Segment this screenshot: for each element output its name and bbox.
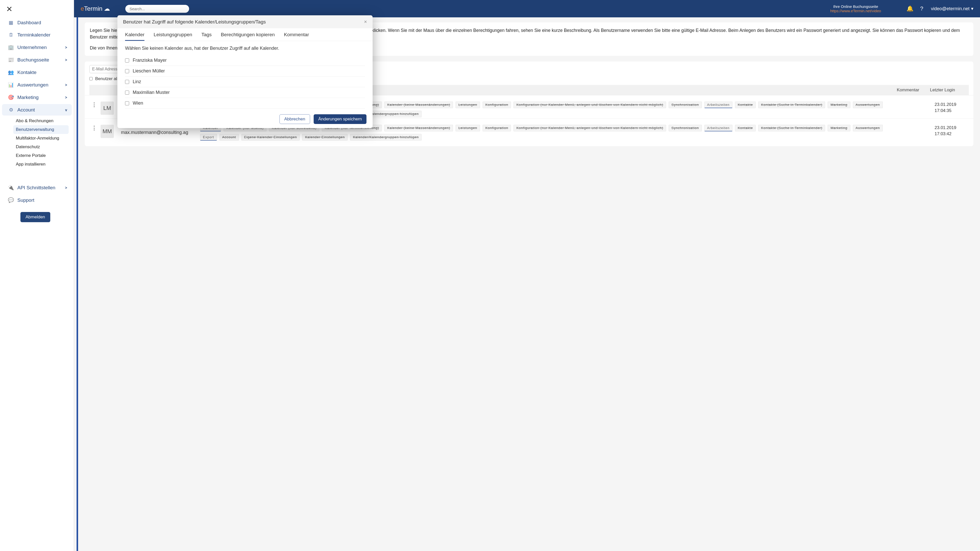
calendar-name: Maximilian Muster	[133, 90, 170, 95]
calendar-name: Linz	[133, 79, 141, 84]
modal-body: Wählen Sie keinen Kalender aus, hat der …	[118, 41, 372, 110]
modal-foot: Abbrechen Änderungen speichern	[118, 110, 372, 128]
modal-hint: Wählen Sie keinen Kalender aus, hat der …	[125, 46, 365, 51]
calendar-item[interactable]: Linz	[125, 76, 365, 87]
save-button[interactable]: Änderungen speichern	[313, 114, 366, 124]
calendar-item[interactable]: Wien	[125, 98, 365, 109]
modal-tab-leistungsgruppen[interactable]: Leistungsgruppen	[154, 32, 192, 41]
calendar-checkbox[interactable]	[125, 59, 129, 62]
modal-tabs: KalenderLeistungsgruppenTagsBerechtigung…	[118, 28, 372, 41]
modal-head: Benutzer hat Zugriff auf folgende Kalend…	[118, 15, 372, 28]
access-modal: Benutzer hat Zugriff auf folgende Kalend…	[118, 15, 372, 128]
calendar-item[interactable]: Lieschen Müller	[125, 66, 365, 76]
calendar-list: Franziska MayerLieschen MüllerLinzMaximi…	[125, 55, 365, 109]
calendar-name: Wien	[133, 100, 143, 106]
calendar-item[interactable]: Franziska Mayer	[125, 55, 365, 66]
calendar-name: Lieschen Müller	[133, 68, 165, 74]
modal-tab-berechtigungen-kopieren[interactable]: Berechtigungen kopieren	[221, 32, 275, 41]
close-icon[interactable]: ×	[364, 19, 367, 25]
calendar-checkbox[interactable]	[125, 80, 129, 84]
cancel-button[interactable]: Abbrechen	[280, 114, 310, 124]
modal-title: Benutzer hat Zugriff auf folgende Kalend…	[123, 19, 266, 25]
modal-tab-kalender[interactable]: Kalender	[125, 32, 145, 41]
calendar-checkbox[interactable]	[125, 101, 129, 105]
modal-tab-tags[interactable]: Tags	[201, 32, 212, 41]
calendar-item[interactable]: Maximilian Muster	[125, 87, 365, 98]
calendar-checkbox[interactable]	[125, 69, 129, 73]
modal-tab-kommentar[interactable]: Kommentar	[284, 32, 309, 41]
calendar-name: Franziska Mayer	[133, 58, 167, 63]
calendar-checkbox[interactable]	[125, 91, 129, 95]
